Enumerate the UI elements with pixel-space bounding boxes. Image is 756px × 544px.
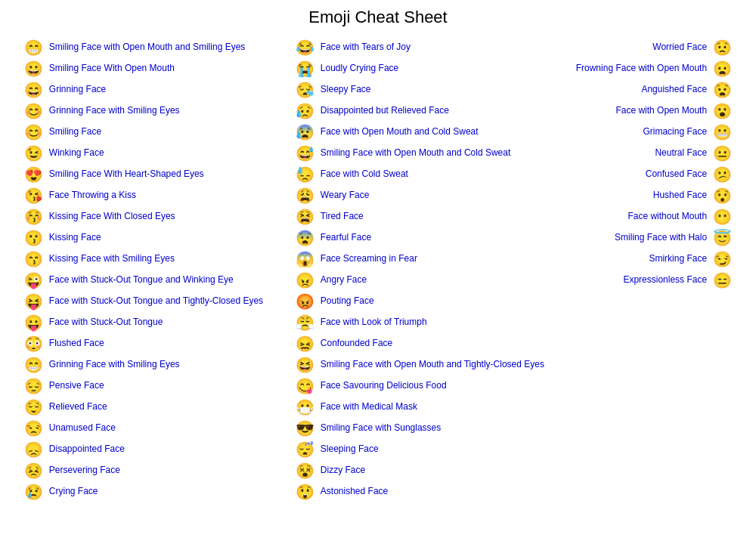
emoji-label: Angry Face (321, 274, 367, 286)
emoji-icon: 😎 (295, 419, 316, 437)
emoji-label: Grinning Face with Smiling Eyes (49, 359, 180, 371)
emoji-icon: 😨 (295, 229, 316, 247)
emoji-label: Relieved Face (49, 401, 107, 413)
list-item: 😄Grinning Face (23, 80, 263, 100)
emoji-icon: 😛 (23, 314, 45, 332)
emoji-icon: 😳 (23, 335, 45, 353)
emoji-label: Grinning Face with Smiling Eyes (49, 105, 180, 117)
emoji-label: Smiling Face (49, 126, 101, 138)
emoji-label: Grinning Face (49, 84, 106, 96)
emoji-label: Confused Face (646, 168, 707, 181)
list-item: 😒Unamused Face (23, 419, 263, 438)
list-item: 😀Smiling Face With Open Mouth (23, 59, 263, 79)
list-item: 😔Pensive Face (23, 376, 263, 396)
emoji-icon: 😆 (295, 356, 316, 374)
emoji-icon: 😀 (23, 60, 45, 78)
emoji-icon: 😕 (711, 165, 733, 184)
emoji-icon: 😉 (23, 144, 45, 162)
emoji-icon: 😴 (295, 440, 316, 459)
emoji-icon: 😞 (23, 440, 45, 459)
emoji-label: Expressionless Face (623, 274, 707, 286)
emoji-icon: 😥 (295, 102, 316, 120)
emoji-label: Confounded Face (321, 338, 392, 350)
emoji-label: Disappointed but Relieved Face (321, 105, 449, 117)
emoji-label: Face Savouring Delicious Food (321, 380, 447, 392)
emoji-icon: 😌 (23, 398, 45, 416)
emoji-icon: 😵 (295, 462, 316, 480)
emoji-label: Smiling Face With Open Mouth (49, 63, 175, 75)
list-item: 😰Face with Open Mouth and Cold Sweat (295, 122, 544, 142)
list-item: 😳Flushed Face (23, 334, 263, 354)
emoji-icon: 😯 (711, 187, 733, 205)
list-item: 😥Disappointed but Relieved Face (295, 101, 544, 121)
emoji-label: Smiling Face With Heart-Shaped Eyes (49, 168, 204, 181)
emoji-icon: 😣 (23, 462, 45, 480)
list-item: 😪Sleepy Face (295, 80, 544, 100)
list-item: 😱Face Screaming in Fear (295, 249, 544, 269)
list-item: 😵Dizzy Face (295, 461, 544, 481)
list-item: 😟Worried Face (576, 38, 733, 57)
emoji-label: Anguished Face (641, 84, 707, 96)
list-item: 😉Winking Face (23, 144, 263, 163)
emoji-icon: 😐 (711, 144, 733, 162)
list-item: 😖Confounded Face (295, 334, 544, 354)
emoji-label: Sleepy Face (321, 84, 371, 96)
emoji-icon: 😬 (711, 123, 733, 141)
emoji-label: Smiling Face with Open Mouth and Smiling… (49, 42, 245, 54)
emoji-label: Face with Stuck-Out Tongue and Tightly-C… (49, 295, 263, 308)
emoji-icon: 😗 (23, 229, 45, 247)
emoji-label: Worried Face (652, 42, 707, 54)
list-item: 😅Smiling Face with Open Mouth and Cold S… (295, 144, 544, 163)
column-3: 😟Worried Face😦Frowning Face with Open Mo… (576, 38, 733, 290)
emoji-icon: 😤 (295, 314, 316, 332)
list-item: 😴Sleeping Face (295, 440, 544, 459)
emoji-label: Hushed Face (653, 190, 707, 202)
list-item: 😨Fearful Face (295, 228, 544, 248)
emoji-icon: 😢 (23, 483, 45, 501)
list-item: 😡Pouting Face (295, 292, 544, 311)
list-item: 😎Smiling Face with Sunglasses (295, 419, 544, 438)
list-item: 😬Grimacing Face (576, 122, 733, 142)
emoji-icon: 😍 (23, 165, 45, 184)
list-item: 😛Face with Stuck-Out Tongue (23, 313, 263, 332)
list-item: 😓Face with Cold Sweat (295, 165, 544, 184)
emoji-label: Smiling Face with Open Mouth and Tightly… (321, 359, 544, 371)
emoji-label: Pensive Face (49, 380, 104, 392)
emoji-icon: 😂 (295, 39, 316, 57)
emoji-icon: 😓 (295, 165, 316, 184)
list-item: 😇Smiling Face with Halo (576, 228, 733, 248)
list-item: 😕Confused Face (576, 165, 733, 184)
emoji-label: Loudly Crying Face (321, 63, 398, 75)
emoji-icon: 😶 (711, 208, 733, 226)
list-item: 😌Relieved Face (23, 397, 263, 417)
emoji-icon: 😏 (711, 250, 733, 268)
emoji-icon: 😇 (711, 229, 733, 247)
emoji-label: Crying Face (49, 486, 98, 498)
list-item: 😯Hushed Face (576, 186, 733, 206)
emoji-icon: 😔 (23, 377, 45, 395)
emoji-label: Smirking Face (649, 253, 707, 265)
emoji-icon: 😲 (295, 483, 316, 501)
emoji-label: Kissing Face With Closed Eyes (49, 211, 175, 223)
list-item: 😐Neutral Face (576, 144, 733, 163)
list-item: 😏Smirking Face (576, 249, 733, 269)
emoji-label: Fearful Face (321, 232, 371, 244)
list-item: 😑Expressionless Face (576, 270, 733, 290)
list-item: 😊Grinning Face with Smiling Eyes (23, 101, 263, 121)
list-item: 😢Crying Face (23, 482, 263, 502)
emoji-label: Winking Face (49, 147, 104, 159)
emoji-icon: 😮 (711, 102, 733, 120)
emoji-label: Frowning Face with Open Mouth (576, 63, 707, 75)
list-item: 😗Kissing Face (23, 228, 263, 248)
emoji-label: Face with Medical Mask (321, 401, 417, 413)
emoji-label: Face Throwing a Kiss (49, 190, 136, 202)
list-item: 😞Disappointed Face (23, 440, 263, 459)
emoji-icon: 😡 (295, 292, 316, 311)
emoji-label: Smiling Face with Halo (615, 232, 707, 244)
emoji-label: Neutral Face (655, 147, 707, 159)
emoji-icon: 😅 (295, 144, 316, 162)
emoji-icon: 😭 (295, 60, 316, 78)
emoji-label: Dizzy Face (321, 465, 365, 477)
emoji-columns: 😁Smiling Face with Open Mouth and Smilin… (8, 38, 748, 502)
emoji-icon: 😧 (711, 81, 733, 99)
